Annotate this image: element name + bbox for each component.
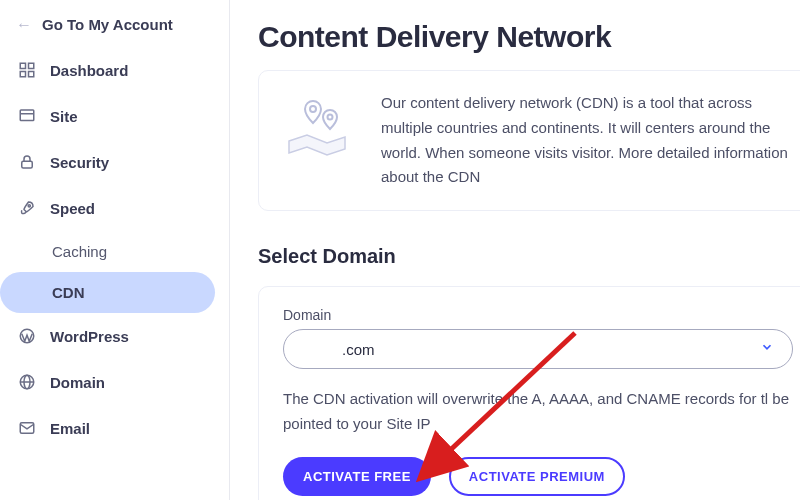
- back-label: Go To My Account: [42, 16, 173, 33]
- sidebar-item-speed[interactable]: Speed: [0, 185, 229, 231]
- activation-note: The CDN activation will overwrite the A,…: [283, 387, 793, 437]
- sidebar: ← Go To My Account Dashboard Site Securi…: [0, 0, 230, 500]
- svg-rect-6: [22, 161, 33, 168]
- domain-select[interactable]: .com: [283, 329, 793, 369]
- dashboard-icon: [18, 61, 36, 79]
- sidebar-item-email[interactable]: Email: [0, 405, 229, 451]
- sidebar-item-label: Site: [50, 108, 78, 125]
- info-description: Our content delivery network (CDN) is a …: [381, 91, 793, 190]
- sidebar-item-label: Dashboard: [50, 62, 128, 79]
- back-to-account-link[interactable]: ← Go To My Account: [0, 8, 229, 47]
- svg-rect-1: [29, 63, 34, 68]
- svg-rect-4: [20, 110, 34, 121]
- activate-free-button[interactable]: ACTIVATE FREE: [283, 457, 431, 496]
- wordpress-icon: [18, 327, 36, 345]
- domain-field-label: Domain: [283, 307, 793, 323]
- svg-rect-2: [20, 72, 25, 77]
- sidebar-item-domain[interactable]: Domain: [0, 359, 229, 405]
- sidebar-item-dashboard[interactable]: Dashboard: [0, 47, 229, 93]
- sidebar-subitem-label: Caching: [52, 243, 107, 260]
- page-title: Content Delivery Network: [258, 20, 800, 54]
- activate-premium-button[interactable]: ACTIVATE PREMIUM: [449, 457, 625, 496]
- button-row: ACTIVATE FREE ACTIVATE PREMIUM: [283, 457, 793, 496]
- arrow-left-icon: ←: [16, 17, 32, 33]
- svg-point-14: [328, 115, 333, 120]
- svg-point-13: [310, 106, 316, 112]
- domain-card: Domain .com The CDN activation will over…: [258, 286, 800, 500]
- sidebar-item-label: Security: [50, 154, 109, 171]
- svg-rect-0: [20, 63, 25, 68]
- lock-icon: [18, 153, 36, 171]
- select-domain-heading: Select Domain: [258, 245, 800, 268]
- sidebar-item-site[interactable]: Site: [0, 93, 229, 139]
- main-content: Content Delivery Network Our content del…: [230, 0, 800, 500]
- domain-select-value: .com: [302, 341, 375, 358]
- sidebar-item-wordpress[interactable]: WordPress: [0, 313, 229, 359]
- mail-icon: [18, 419, 36, 437]
- sidebar-item-label: WordPress: [50, 328, 129, 345]
- chevron-down-icon: [760, 340, 774, 358]
- globe-icon: [18, 373, 36, 391]
- site-icon: [18, 107, 36, 125]
- sidebar-item-security[interactable]: Security: [0, 139, 229, 185]
- sidebar-item-label: Speed: [50, 200, 95, 217]
- svg-rect-3: [29, 72, 34, 77]
- map-pins-icon: [283, 97, 353, 157]
- sidebar-item-label: Email: [50, 420, 90, 437]
- sidebar-subitem-cdn[interactable]: CDN: [0, 272, 215, 313]
- svg-point-7: [28, 205, 30, 207]
- rocket-icon: [18, 199, 36, 217]
- info-card: Our content delivery network (CDN) is a …: [258, 70, 800, 211]
- sidebar-subitem-caching[interactable]: Caching: [0, 231, 229, 272]
- sidebar-subitem-label: CDN: [52, 284, 85, 301]
- sidebar-item-label: Domain: [50, 374, 105, 391]
